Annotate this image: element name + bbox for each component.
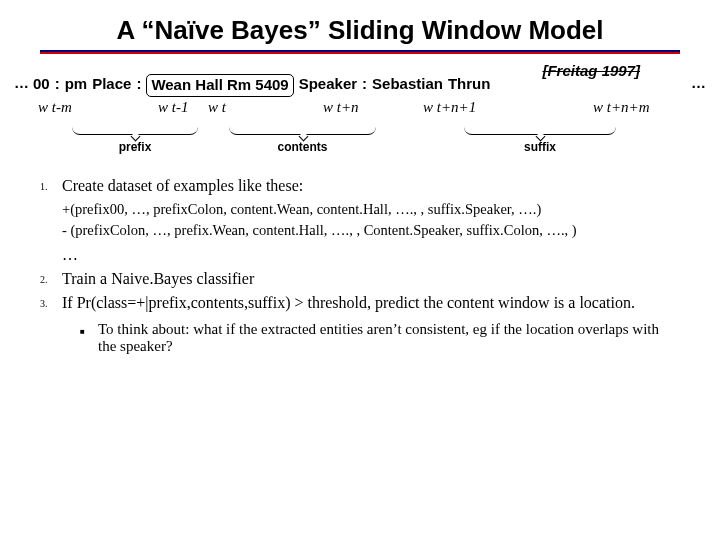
ellipsis-left: … bbox=[10, 74, 33, 91]
token: Wean bbox=[151, 76, 191, 93]
token: Thrun bbox=[448, 74, 491, 97]
token: Rm bbox=[227, 76, 251, 93]
w-token: w t+n+m bbox=[593, 99, 650, 116]
w-indices-row: w t-m w t-1 w t w t+n w t+n+1 w t+n+m bbox=[0, 97, 720, 116]
bullet-text: To think about: what if the extracted en… bbox=[98, 321, 680, 355]
w-token: w t-m bbox=[38, 99, 158, 116]
w-token: w t+n bbox=[323, 99, 423, 116]
list-number: 2. bbox=[40, 269, 62, 285]
token: Hall bbox=[195, 76, 223, 93]
list-number: 1. bbox=[40, 176, 62, 192]
brace-labels-row: prefix contents suffix bbox=[0, 116, 720, 154]
token: 5409 bbox=[255, 76, 288, 93]
list-text: Train a Naive.Bayes classifier bbox=[62, 269, 680, 289]
example-negative: - (prefixColon, …, prefix.Wean, content.… bbox=[62, 221, 680, 241]
w-token: w t+n+1 bbox=[423, 99, 593, 116]
token: : bbox=[136, 74, 141, 97]
token: : bbox=[362, 74, 367, 97]
list-text-dots: … bbox=[62, 245, 680, 265]
list-number: 3. bbox=[40, 293, 62, 309]
list-text: Create dataset of examples like these: bbox=[62, 176, 680, 196]
w-token: w t bbox=[208, 99, 323, 116]
brace-prefix: prefix bbox=[60, 120, 210, 154]
list-number-blank bbox=[40, 245, 62, 250]
w-token: w t-1 bbox=[158, 99, 208, 116]
citation: [Freitag 1997] bbox=[542, 62, 640, 79]
token: Speaker bbox=[299, 74, 357, 97]
token: pm bbox=[65, 74, 88, 97]
ellipsis-right: … bbox=[687, 74, 710, 91]
content-box: Wean Hall Rm 5409 bbox=[146, 74, 293, 97]
bullet-icon: ■ bbox=[80, 321, 98, 336]
body-content: 1. Create dataset of examples like these… bbox=[0, 154, 720, 355]
token: Sebastian bbox=[372, 74, 443, 97]
list-text: If Pr(class=+|prefix,contents,suffix) > … bbox=[62, 293, 680, 313]
brace-contents: contents bbox=[215, 120, 390, 154]
token: 00 bbox=[33, 74, 50, 97]
token: : bbox=[55, 74, 60, 97]
brace-suffix: suffix bbox=[450, 120, 630, 154]
slide-title: A “Naïve Bayes” Sliding Window Model bbox=[40, 15, 680, 46]
example-positive: +(prefix00, …, prefixColon, content.Wean… bbox=[62, 200, 680, 220]
token: Place bbox=[92, 74, 131, 97]
